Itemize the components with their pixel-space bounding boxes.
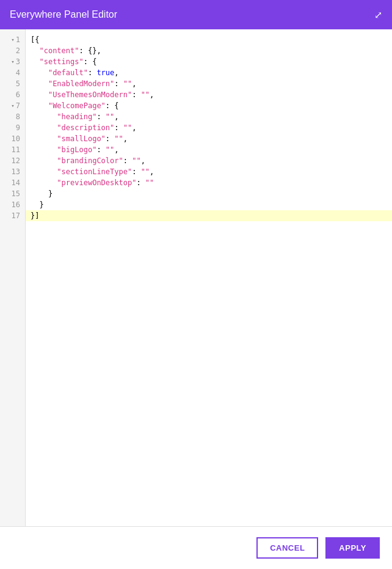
code-line: "default": true, bbox=[26, 67, 392, 78]
line-number: 5 bbox=[0, 78, 25, 89]
code-line: "description": "", bbox=[26, 122, 392, 133]
footer: CANCEL APPLY bbox=[0, 526, 392, 569]
code-line: "previewOnDesktop": "" bbox=[26, 177, 392, 188]
editor-area: ▾12▾3456▾7891011121314151617 [{ "content… bbox=[0, 29, 392, 526]
code-line: "heading": "", bbox=[26, 111, 392, 122]
code-line: "bigLogo": "", bbox=[26, 144, 392, 155]
code-line: [{ bbox=[26, 34, 392, 45]
code-line: "EnabledModern": "", bbox=[26, 78, 392, 89]
code-line: }] bbox=[26, 210, 392, 221]
line-number: 10 bbox=[0, 133, 25, 144]
line-number: 17 bbox=[0, 210, 25, 221]
line-number: 2 bbox=[0, 45, 25, 56]
apply-button[interactable]: APPLY bbox=[325, 537, 380, 559]
code-line: } bbox=[26, 188, 392, 199]
line-number: 15 bbox=[0, 188, 25, 199]
code-line: "smallLogo": "", bbox=[26, 133, 392, 144]
code-line: "sectionLineType": "", bbox=[26, 166, 392, 177]
code-line: "WelcomePage": { bbox=[26, 100, 392, 111]
code-line: "UseThemesOnModern": "", bbox=[26, 89, 392, 100]
line-number: 6 bbox=[0, 89, 25, 100]
line-number: 9 bbox=[0, 122, 25, 133]
line-number: 16 bbox=[0, 199, 25, 210]
line-number: 13 bbox=[0, 166, 25, 177]
line-number: 11 bbox=[0, 144, 25, 155]
line-numbers: ▾12▾3456▾7891011121314151617 bbox=[0, 29, 26, 526]
line-number: ▾7 bbox=[0, 100, 25, 111]
code-line: } bbox=[26, 199, 392, 210]
header: Everywhere Panel Editor ⤢ bbox=[0, 0, 392, 29]
line-number: 8 bbox=[0, 111, 25, 122]
expand-icon[interactable]: ⤢ bbox=[374, 9, 382, 21]
header-title: Everywhere Panel Editor bbox=[10, 9, 117, 20]
line-number: ▾1 bbox=[0, 34, 25, 45]
line-number: 14 bbox=[0, 177, 25, 188]
code-line: "content": {}, bbox=[26, 45, 392, 56]
cancel-button[interactable]: CANCEL bbox=[256, 537, 318, 559]
code-line: "settings": { bbox=[26, 56, 392, 67]
line-number: ▾3 bbox=[0, 56, 25, 67]
line-number: 4 bbox=[0, 67, 25, 78]
line-number: 12 bbox=[0, 155, 25, 166]
code-content[interactable]: [{ "content": {}, "settings": { "default… bbox=[26, 29, 392, 526]
app-container: Everywhere Panel Editor ⤢ ▾12▾3456▾78910… bbox=[0, 0, 392, 569]
code-line: "brandingColor": "", bbox=[26, 155, 392, 166]
